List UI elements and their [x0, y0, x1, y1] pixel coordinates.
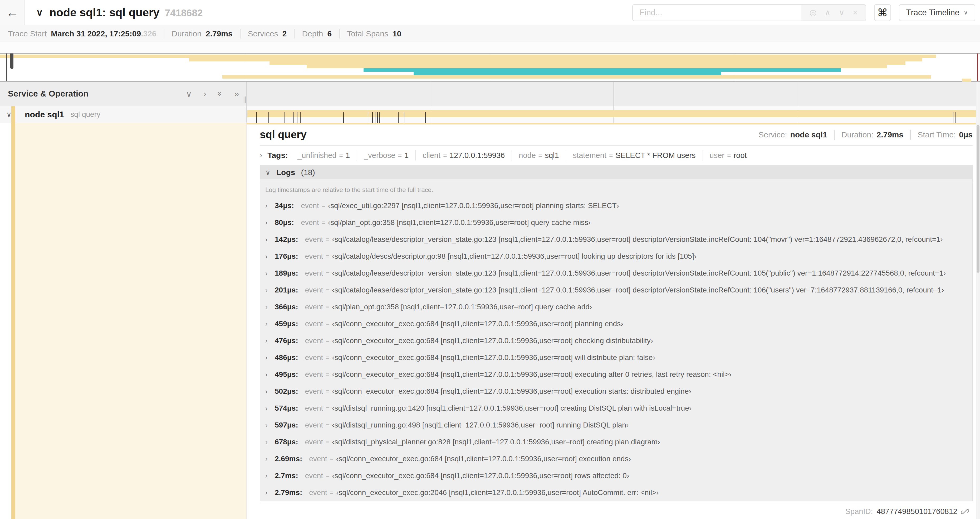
log-expand-icon[interactable]: › [265, 489, 275, 497]
summary-value: 2.79ms [206, 29, 232, 38]
log-entry[interactable]: › 2.7ms: event = ‹sql/conn_executor_exec… [260, 467, 972, 484]
collapse-all-icon[interactable]: » [215, 91, 225, 96]
collapse-one-icon[interactable]: ∨ [186, 89, 192, 99]
logs-label: Logs [276, 168, 295, 177]
search-input[interactable] [633, 5, 802, 21]
log-expand-icon[interactable]: › [265, 252, 275, 260]
log-field-key: event [309, 489, 327, 497]
log-expand-icon[interactable]: › [265, 472, 275, 480]
service-operation-header: Service & Operation ∨ › » » || [0, 82, 246, 106]
log-field-key: event [305, 337, 323, 345]
back-button[interactable]: ← [0, 0, 25, 25]
log-entry[interactable]: › 574μs: event = ‹sql/distsql_running.go… [260, 400, 972, 417]
equals-sign: = [326, 438, 329, 446]
log-expand-icon[interactable]: › [265, 438, 275, 446]
span-collapse-icon[interactable]: ∨ [6, 110, 11, 119]
log-timestamp: 486μs: [275, 353, 298, 362]
minimap-graph[interactable] [0, 53, 980, 82]
span-row-name-cell[interactable]: ∨ node sql1 sql query [0, 106, 246, 123]
left-scrubber[interactable] [6, 54, 7, 81]
log-expand-icon[interactable]: › [265, 388, 275, 395]
column-resize-handle[interactable]: || [243, 95, 246, 104]
log-marker-tick [293, 112, 294, 123]
log-entry[interactable]: › 597μs: event = ‹sql/distsql_running.go… [260, 417, 972, 434]
log-entry[interactable]: › 366μs: event = ‹sql/plan_opt.go:358 [n… [260, 299, 972, 315]
log-entry[interactable]: › 34μs: event = ‹sql/exec_util.go:2297 [… [260, 197, 972, 214]
vertical-scrollbar[interactable] [976, 82, 980, 519]
log-entry[interactable]: › 142μs: event = ‹sql/catalog/lease/desc… [260, 231, 972, 248]
link-icon[interactable] [961, 508, 969, 516]
trace-id: 7418682 [165, 8, 203, 19]
tag-key: _verbose [364, 151, 395, 160]
right-scrubber[interactable] [977, 54, 978, 81]
chevron-up-icon[interactable]: ∧ [824, 8, 830, 18]
log-marker-tick [425, 112, 426, 123]
keyboard-shortcuts-button[interactable]: ⌘ [874, 4, 891, 21]
log-field-value: ‹sql/conn_executor_exec.go:684 [nsql1,cl… [332, 387, 691, 396]
summary-value-suffix: .326 [141, 29, 156, 38]
log-entry[interactable]: › 486μs: event = ‹sql/conn_executor_exec… [260, 349, 972, 366]
log-field-value: ‹sql/plan_opt.go:358 [nsql1,client=127.0… [332, 303, 592, 311]
span-row-timeline-cell[interactable] [246, 106, 980, 123]
summary-label: Depth [302, 29, 323, 38]
chevron-down-icon[interactable]: ∨ [839, 8, 845, 18]
log-expand-icon[interactable]: › [265, 354, 275, 362]
equals-sign: = [326, 286, 329, 294]
tag-key: client [423, 151, 441, 160]
logs-footnote: Log timestamps are relative to the start… [260, 183, 972, 197]
log-field-value: ‹sql/distsql_running.go:498 [nsql1,clien… [332, 421, 628, 430]
trace-collapse-icon[interactable]: ∨ [36, 7, 43, 18]
log-expand-icon[interactable]: › [265, 455, 275, 463]
log-expand-icon[interactable]: › [265, 270, 275, 277]
log-expand-icon[interactable]: › [265, 219, 275, 227]
tag-key: user [710, 151, 724, 160]
log-entry[interactable]: › 80μs: event = ‹sql/plan_opt.go:358 [ns… [260, 214, 972, 231]
tags-expand-icon[interactable]: › [260, 151, 262, 160]
equals-sign: = [330, 489, 334, 496]
log-expand-icon[interactable]: › [265, 236, 275, 243]
log-entry[interactable]: › 2.79ms: event = ‹sql/conn_executor_exe… [260, 484, 972, 501]
log-entry[interactable]: › 495μs: event = ‹sql/conn_executor_exec… [260, 366, 972, 383]
equals-sign: = [326, 320, 329, 327]
log-field-value: ‹sql/catalog/lease/descriptor_version_st… [332, 235, 943, 244]
log-expand-icon[interactable]: › [265, 286, 275, 294]
scrollbar-thumb[interactable] [977, 125, 980, 273]
log-field-key: event [301, 218, 319, 227]
span-duration-bar[interactable] [247, 110, 979, 117]
tag-value: 1 [404, 151, 409, 160]
log-expand-icon[interactable]: › [265, 320, 275, 328]
logs-header[interactable]: ∨ Logs (18) [260, 165, 972, 179]
log-entry[interactable]: › 678μs: event = ‹sql/distsql_physical_p… [260, 434, 972, 450]
log-marker-tick [300, 112, 301, 123]
log-expand-icon[interactable]: › [265, 337, 275, 345]
log-entry[interactable]: › 2.69ms: event = ‹sql/conn_executor_exe… [260, 450, 972, 467]
tag-value: root [734, 151, 747, 160]
logs-collapse-icon[interactable]: ∨ [265, 168, 270, 177]
locate-icon[interactable]: ◎ [809, 8, 816, 18]
log-expand-icon[interactable]: › [265, 404, 275, 412]
close-icon[interactable]: × [853, 8, 858, 18]
expand-all-icon[interactable]: » [234, 89, 239, 99]
log-entry[interactable]: › 189μs: event = ‹sql/catalog/lease/desc… [260, 265, 972, 282]
log-expand-icon[interactable]: › [265, 371, 275, 378]
tag-item: statement = SELECT * FROM users [559, 150, 696, 161]
log-entry[interactable]: › 476μs: event = ‹sql/conn_executor_exec… [260, 332, 972, 349]
log-entry[interactable]: › 459μs: event = ‹sql/conn_executor_exec… [260, 315, 972, 332]
tags-row[interactable]: › Tags: _unfinished = 1 _verbose = 1 cli… [260, 148, 973, 163]
log-entry[interactable]: › 502μs: event = ‹sql/conn_executor_exec… [260, 383, 972, 400]
minimap-span-bar [0, 54, 936, 58]
log-expand-icon[interactable]: › [265, 202, 275, 210]
left-scrubber-handle[interactable] [10, 54, 13, 69]
log-entry[interactable]: › 201μs: event = ‹sql/catalog/lease/desc… [260, 282, 972, 299]
tag-item: _unfinished = 1 [291, 150, 350, 161]
log-field-value: ‹sql/distsql_running.go:1420 [nsql1,clie… [332, 404, 692, 412]
log-expand-icon[interactable]: › [265, 303, 275, 311]
logs-count: (18) [301, 168, 315, 177]
log-expand-icon[interactable]: › [265, 422, 275, 429]
service-operation-label: Service & Operation [8, 89, 89, 99]
log-entry[interactable]: › 176μs: event = ‹sql/catalog/descs/desc… [260, 248, 972, 265]
left-pane-tint [15, 123, 246, 519]
expand-one-icon[interactable]: › [204, 89, 207, 99]
trace-view-selector[interactable]: Trace Timeline ∨ [899, 4, 975, 21]
log-marker-tick [375, 112, 375, 123]
